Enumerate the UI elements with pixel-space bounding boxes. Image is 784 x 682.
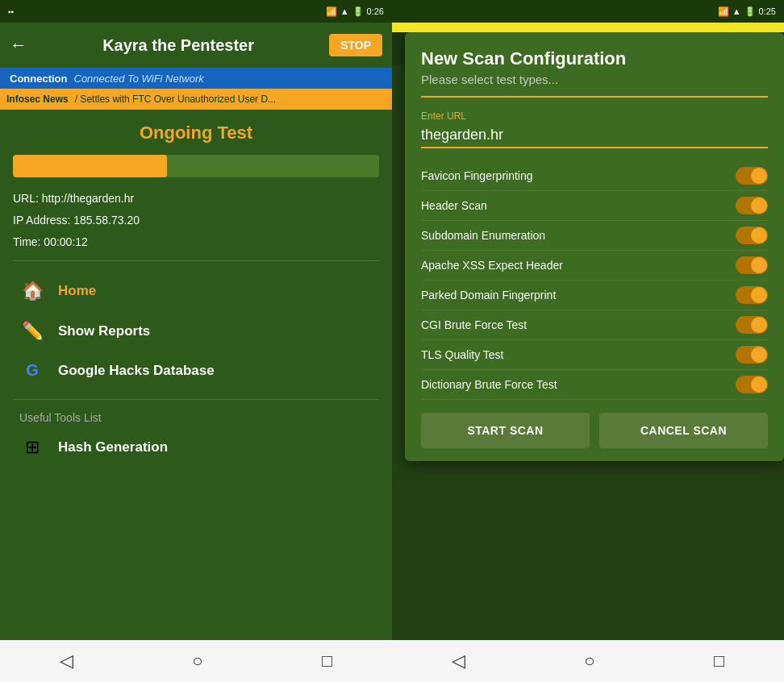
status-icons-left: ▪▪ <box>8 7 14 16</box>
signal-icon-right: ▲ <box>732 6 741 16</box>
bottom-nav-left: ◁ ○ □ <box>0 640 392 682</box>
nav-google-label: Google Hacks Database <box>58 363 215 379</box>
progress-bar-fill <box>13 155 167 177</box>
google-icon: G <box>19 361 45 380</box>
dialog-subtitle: Please select test types... <box>421 73 768 86</box>
start-scan-button[interactable]: START SCAN <box>421 413 590 448</box>
signal-icon: ▲ <box>340 6 349 16</box>
left-phone: ▪▪ 📶 ▲ 🔋 0:26 ← Kayra the Pentester STOP… <box>0 0 392 682</box>
sim-icon: ▪▪ <box>8 7 14 16</box>
bottom-nav-right: ◁ ○ □ <box>392 640 784 682</box>
connection-status: Connected To WiFi Network <box>74 73 204 85</box>
stop-button[interactable]: STOP <box>329 34 382 56</box>
toggle-switch-4[interactable] <box>736 286 768 304</box>
app-bar-left: ← Kayra the Pentester STOP <box>0 23 392 68</box>
home-icon: 🏠 <box>19 281 45 301</box>
toggle-switch-2[interactable] <box>736 227 768 244</box>
dialog-buttons: START SCAN CANCEL SCAN <box>421 413 768 448</box>
app-title: Kayra the Pentester <box>35 36 321 55</box>
toggle-row-2: Subdomain Enumeration <box>421 221 768 251</box>
cancel-scan-button[interactable]: CANCEL SCAN <box>599 413 768 448</box>
toggle-row-0: Favicon Fingerprinting <box>421 161 768 191</box>
toggle-knob-7 <box>751 376 767 393</box>
news-label: Infosec News <box>6 94 69 105</box>
home-nav-btn-right[interactable]: ○ <box>578 644 601 678</box>
edit-icon: ✏️ <box>19 321 45 342</box>
toggle-switch-0[interactable] <box>736 167 768 185</box>
connection-bar: Connection Connected To WiFi Network <box>0 68 392 89</box>
dialog-title: New Scan Configuration <box>421 48 768 69</box>
toggle-knob-3 <box>751 257 767 273</box>
toggle-label-2: Subdomain Enumeration <box>421 229 545 242</box>
news-text: / Settles with FTC Over Unauthorized Use… <box>75 94 276 105</box>
time-left: 0:26 <box>367 6 384 16</box>
wifi-icon-right: 📶 <box>718 6 729 17</box>
toggle-switch-6[interactable] <box>736 346 768 364</box>
toggle-knob-2 <box>751 227 767 243</box>
toggle-label-4: Parked Domain Fingerprint <box>421 289 556 301</box>
toggle-row-6: TLS Quality Test <box>421 340 768 370</box>
recent-nav-btn-right[interactable]: □ <box>707 644 731 678</box>
toggle-row-7: Dictionary Brute Force Test <box>421 370 768 400</box>
time-right: 0:25 <box>759 6 776 16</box>
back-nav-button[interactable]: ◁ <box>53 644 80 678</box>
toggle-knob-5 <box>751 317 767 333</box>
toggle-switch-5[interactable] <box>736 316 768 334</box>
nav-hash-label: Hash Generation <box>58 439 168 455</box>
toggle-switch-3[interactable] <box>736 256 768 274</box>
divider-2 <box>13 399 379 400</box>
url-input[interactable] <box>421 125 768 147</box>
recent-nav-button[interactable]: □ <box>315 644 339 678</box>
status-bar-left: ▪▪ 📶 ▲ 🔋 0:26 <box>0 0 392 23</box>
toggle-switch-7[interactable] <box>736 376 768 393</box>
dialog-divider <box>421 96 768 98</box>
news-bar: Infosec News / Settles with FTC Over Una… <box>0 89 392 110</box>
toggle-label-6: TLS Quality Test <box>421 348 503 361</box>
nav-home-label: Home <box>58 283 96 299</box>
toggle-label-5: CGI Brute Force Test <box>421 318 527 331</box>
divider-1 <box>13 260 379 261</box>
ip-info: IP Address: 185.58.73.20 <box>13 212 379 229</box>
main-content-left: Ongoing Test URL: http://thegarden.hr IP… <box>0 110 392 640</box>
tools-section-header: Useful Tools List <box>19 411 373 424</box>
battery-icon-right: 🔋 <box>744 6 756 17</box>
toggle-knob-4 <box>751 287 767 303</box>
progress-bar-container <box>13 155 379 177</box>
nav-reports-label: Show Reports <box>58 323 150 339</box>
toggle-label-3: Apache XSS Expect Header <box>421 259 563 272</box>
wifi-icon: 📶 <box>326 6 337 17</box>
toggle-knob-1 <box>751 198 767 214</box>
nav-home[interactable]: 🏠 Home <box>13 271 379 311</box>
status-right-left: 📶 ▲ 🔋 0:26 <box>326 6 384 17</box>
url-info: URL: http://thegarden.hr <box>13 190 379 207</box>
toggle-label-7: Dictionary Brute Force Test <box>421 378 557 391</box>
nav-reports[interactable]: ✏️ Show Reports <box>13 311 379 351</box>
scan-config-dialog: New Scan Configuration Please select tes… <box>405 32 784 461</box>
toggle-row-4: Parked Domain Fingerprint <box>421 281 768 310</box>
home-nav-button[interactable]: ○ <box>186 644 209 678</box>
nav-hash-gen[interactable]: ⊞ Hash Generation <box>13 427 379 468</box>
nav-google-hacks[interactable]: G Google Hacks Database <box>13 351 379 389</box>
grid-icon: ⊞ <box>19 437 45 458</box>
section-title: Ongoing Test <box>13 123 379 143</box>
toggle-row-3: Apache XSS Expect Header <box>421 251 768 281</box>
toggle-list: Favicon FingerprintingHeader ScanSubdoma… <box>421 161 768 400</box>
toggle-row-1: Header Scan <box>421 191 768 221</box>
back-nav-btn-right[interactable]: ◁ <box>445 644 472 678</box>
back-button[interactable]: ← <box>10 35 27 56</box>
toggle-knob-0 <box>751 168 767 184</box>
toggle-label-1: Header Scan <box>421 199 487 212</box>
right-phone: 📶 ▲ 🔋 0:25 ...N New Scan Configuration P… <box>392 0 784 682</box>
toggle-label-0: Favicon Fingerprinting <box>421 169 533 182</box>
url-input-wrap[interactable] <box>421 125 768 148</box>
connection-label: Connection <box>10 73 68 85</box>
time-info: Time: 00:00:12 <box>13 234 379 251</box>
battery-icon: 🔋 <box>352 6 364 17</box>
url-field-label: Enter URL <box>421 110 768 122</box>
toggle-knob-6 <box>751 347 767 363</box>
status-bar-right: 📶 ▲ 🔋 0:25 <box>392 0 784 23</box>
toggle-switch-1[interactable] <box>736 197 768 214</box>
toggle-row-5: CGI Brute Force Test <box>421 310 768 340</box>
yellow-accent-bar <box>392 23 784 32</box>
